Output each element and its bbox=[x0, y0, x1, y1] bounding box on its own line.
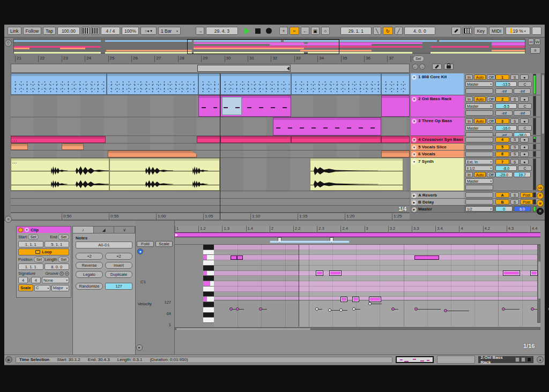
track-fold-button[interactable]: ▼ bbox=[412, 138, 417, 142]
monitor-auto-button[interactable]: Auto bbox=[474, 172, 486, 177]
scale-mode-button[interactable]: Scale bbox=[18, 284, 33, 291]
return-track-header[interactable]: ▶B DelayBSPost bbox=[411, 199, 540, 206]
arrangement-loop-brace[interactable] bbox=[197, 65, 291, 72]
output-selector[interactable]: Master▾ bbox=[465, 178, 493, 184]
arm-button[interactable]: ● bbox=[520, 145, 529, 150]
track-lane[interactable] bbox=[11, 117, 410, 136]
overview-fold-button[interactable]: ▽ bbox=[5, 40, 12, 47]
scrub-area[interactable] bbox=[11, 64, 410, 73]
midi-note[interactable] bbox=[231, 255, 237, 260]
mixer-toggle-r[interactable]: R bbox=[537, 192, 544, 199]
meter-right-field[interactable]: -inf bbox=[514, 110, 531, 116]
velocity-marker[interactable] bbox=[391, 307, 395, 311]
monitor-off-button[interactable]: Off bbox=[487, 96, 495, 102]
piano-key[interactable] bbox=[203, 260, 214, 266]
punch-in-button[interactable]: ╲ bbox=[373, 27, 381, 35]
scale-highlight-button[interactable]: Scale bbox=[155, 241, 173, 247]
arm-button[interactable]: ● bbox=[520, 137, 529, 142]
optimize-height-button[interactable]: H bbox=[528, 39, 534, 45]
track-lane[interactable]: ... bbox=[11, 158, 410, 191]
velocity-marker[interactable] bbox=[315, 307, 318, 311]
tap-tempo-button[interactable]: Tap bbox=[43, 27, 56, 35]
track-fold-button[interactable]: ▶ bbox=[412, 207, 417, 212]
track-fold-button[interactable]: ▼ bbox=[412, 152, 417, 157]
nudge-down-button[interactable] bbox=[81, 27, 90, 35]
arrangement-clip[interactable] bbox=[109, 158, 220, 191]
preview-headphone-button[interactable]: ● bbox=[137, 248, 143, 254]
clip-end-field[interactable]: 5. 1. 1 bbox=[44, 241, 70, 247]
groove-selector[interactable]: None▾ bbox=[42, 277, 69, 283]
midi-note[interactable] bbox=[531, 271, 537, 275]
time-ruler[interactable]: 0:500:551:001:051:101:151:201:25 bbox=[11, 213, 410, 220]
solo-button[interactable]: S bbox=[510, 145, 519, 150]
play-button[interactable] bbox=[244, 28, 250, 34]
arrangement-clip[interactable] bbox=[220, 95, 291, 117]
status-play-icon[interactable]: ▶ bbox=[5, 356, 12, 363]
monitor-off-button[interactable]: Off bbox=[487, 74, 495, 80]
editor-marker-strip[interactable] bbox=[175, 237, 540, 245]
volume-field[interactable]: -13.5 bbox=[495, 81, 517, 87]
overview-view-box[interactable] bbox=[187, 39, 339, 54]
reverse-button[interactable]: Reverse bbox=[76, 262, 103, 269]
arrangement-clip[interactable] bbox=[381, 136, 410, 143]
track-number[interactable]: 4 bbox=[495, 137, 509, 142]
re-enable-automation-button[interactable]: ← bbox=[301, 27, 309, 35]
clip-activator-button[interactable] bbox=[18, 228, 23, 232]
track-header[interactable]: ▼1 808 Core KitInAutoOffMaster▾1S●-13.5C… bbox=[411, 73, 540, 95]
velocity-lane[interactable] bbox=[214, 300, 540, 327]
track-number[interactable]: 5 bbox=[495, 145, 509, 150]
optimize-width-button[interactable]: W bbox=[535, 39, 540, 45]
track-lane[interactable] bbox=[11, 73, 410, 95]
editor-horizontal-scrollbar[interactable] bbox=[175, 327, 540, 330]
follow-playback-icon[interactable]: → bbox=[196, 27, 204, 35]
set-locator-button[interactable]: Set bbox=[413, 56, 424, 62]
session-record-button[interactable]: ○ bbox=[321, 27, 330, 35]
note-bank-field[interactable]: A0-D1 bbox=[76, 242, 132, 248]
post-button[interactable]: Post bbox=[520, 192, 533, 198]
input-channel-selector[interactable]: ‖ 1/2▾ bbox=[465, 165, 493, 171]
signature-denominator-field[interactable]: 4 bbox=[31, 277, 41, 283]
piano-key[interactable] bbox=[203, 313, 214, 318]
track-number[interactable]: 1 bbox=[495, 74, 509, 80]
arrangement-vertical-scrollbar[interactable] bbox=[541, 73, 545, 213]
arrangement-clip[interactable] bbox=[107, 73, 198, 95]
set-end-button[interactable]: Set bbox=[58, 234, 69, 240]
tab-expression[interactable]: ∨ bbox=[114, 227, 135, 233]
track-fold-button[interactable]: ▼ bbox=[412, 145, 417, 150]
track-number[interactable]: 6 bbox=[495, 152, 509, 157]
arrangement-clip[interactable] bbox=[108, 150, 197, 157]
nudge-up-button[interactable] bbox=[91, 27, 99, 35]
arrangement-clip[interactable] bbox=[198, 73, 220, 95]
return-lane[interactable] bbox=[11, 199, 410, 206]
time-selection-bar[interactable] bbox=[270, 240, 350, 243]
arm-button[interactable]: ● bbox=[520, 118, 529, 124]
draw-mode-button[interactable] bbox=[451, 27, 461, 35]
track-lane[interactable] bbox=[11, 150, 410, 158]
send-a-field[interactable]: -29.0 bbox=[495, 172, 513, 177]
monitor-auto-button[interactable]: Auto bbox=[474, 118, 486, 124]
link-button[interactable]: Link bbox=[8, 27, 21, 35]
return-letter[interactable]: B bbox=[495, 199, 509, 205]
track-number[interactable]: 2 bbox=[495, 96, 509, 102]
piano-key[interactable] bbox=[203, 307, 214, 313]
overdub-button[interactable]: + bbox=[279, 27, 288, 35]
arrangement-clip[interactable] bbox=[381, 95, 410, 117]
track-number[interactable]: 3 bbox=[495, 118, 509, 124]
midi-note[interactable] bbox=[353, 297, 359, 301]
output-selector[interactable]: Master▾ bbox=[465, 125, 493, 131]
arrangement-clip[interactable] bbox=[197, 136, 220, 143]
track-fold-button[interactable]: ▼ bbox=[412, 75, 417, 80]
midi-note[interactable] bbox=[369, 297, 381, 301]
midi-note[interactable] bbox=[316, 271, 323, 275]
set-position-button[interactable]: Set bbox=[34, 257, 45, 262]
arm-button[interactable]: ● bbox=[520, 96, 529, 102]
midi-map-button[interactable]: MIDI bbox=[489, 27, 504, 35]
volume-field[interactable]: -5.5 bbox=[495, 103, 517, 109]
track-header[interactable]: ▼3 Three Op BassInAutoOffMaster▾3S●-16.0… bbox=[411, 117, 540, 136]
piano-key[interactable] bbox=[203, 276, 214, 281]
input-selector[interactable]: Ext. In▾ bbox=[465, 159, 493, 164]
monitor-in-button[interactable]: In bbox=[465, 96, 473, 102]
arrangement-clip[interactable] bbox=[220, 136, 291, 143]
track-header[interactable]: ▼2 Oxi Bass RackInAutoOffMaster▾2S●-5.5C… bbox=[411, 95, 540, 117]
piano-key[interactable] bbox=[203, 302, 214, 307]
